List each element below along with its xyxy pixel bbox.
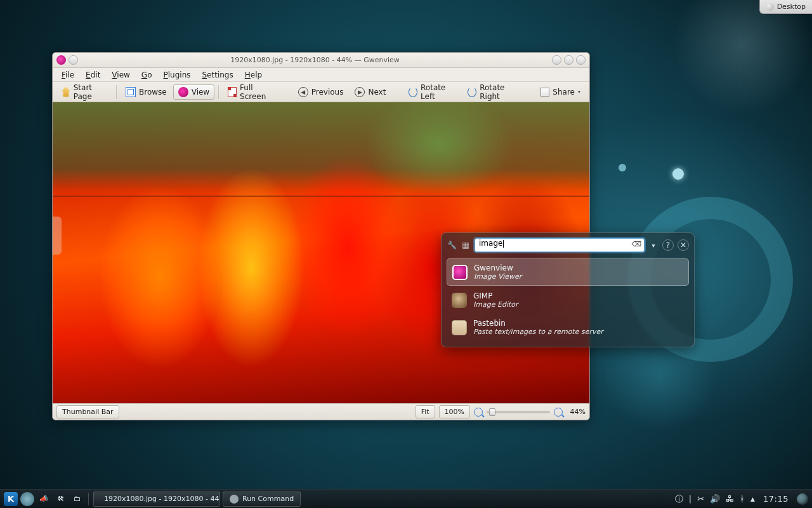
menu-go[interactable]: Go bbox=[136, 69, 157, 81]
krunner-popup: 🔧 ▦ image ⌫ ▾ ? ✕ GwenviewImage Viewer G… bbox=[441, 232, 695, 347]
gwenview-icon bbox=[452, 265, 468, 280]
menu-help[interactable]: Help bbox=[240, 69, 267, 81]
previous-label: Previous bbox=[311, 88, 344, 97]
close-icon[interactable]: ✕ bbox=[678, 239, 689, 251]
next-button[interactable]: ▶Next bbox=[350, 84, 391, 100]
menu-plugins[interactable]: Plugins bbox=[158, 69, 195, 81]
share-label: Share bbox=[553, 88, 575, 97]
bluetooth-icon[interactable]: ᚼ bbox=[740, 494, 745, 504]
krunner-results: GwenviewImage Viewer GIMPImage Editor Pa… bbox=[447, 258, 689, 340]
clipboard-icon[interactable]: ✂ bbox=[697, 494, 704, 504]
rotate-left-button[interactable]: Rotate Left bbox=[403, 81, 461, 104]
separator bbox=[116, 85, 117, 99]
result-gimp[interactable]: GIMPImage Editor bbox=[447, 287, 689, 313]
activity-icon[interactable]: ▦ bbox=[461, 240, 471, 250]
krunner-input[interactable]: image ⌫ bbox=[475, 238, 645, 252]
gear-icon bbox=[230, 495, 239, 504]
rotate-left-label: Rotate Left bbox=[421, 83, 456, 101]
panel-cashew-icon[interactable] bbox=[797, 493, 808, 505]
settings-icon[interactable]: 🛠 bbox=[53, 492, 67, 506]
share-icon bbox=[540, 88, 549, 97]
home-icon bbox=[62, 87, 70, 97]
task-krunner[interactable]: Run Command bbox=[223, 491, 301, 507]
result-name: GIMP bbox=[473, 291, 518, 300]
start-page-button[interactable]: Start Page bbox=[56, 81, 112, 104]
text-cursor bbox=[503, 240, 504, 248]
fit-button[interactable]: Fit bbox=[416, 405, 435, 418]
result-desc: Paste text/images to a remote server bbox=[473, 328, 603, 336]
task-label: Run Command bbox=[242, 495, 294, 503]
fullscreen-icon bbox=[228, 87, 237, 97]
kmenu-button[interactable]: K bbox=[4, 492, 18, 506]
zoom-value: 44% bbox=[566, 408, 586, 416]
chevron-down-icon[interactable]: ▾ bbox=[648, 242, 658, 249]
taskbar: K 📣 🛠 🗀 1920x1080.jpg - 1920x1080 - 44% … bbox=[0, 489, 812, 508]
thumbnail-bar-button[interactable]: Thumbnail Bar bbox=[56, 405, 119, 418]
rotate-right-icon bbox=[468, 87, 476, 97]
rotate-right-label: Rotate Right bbox=[480, 83, 520, 101]
zoom-out-icon[interactable] bbox=[474, 408, 483, 417]
next-icon: ▶ bbox=[355, 87, 365, 97]
menu-bar: File Edit View Go Plugins Settings Help bbox=[53, 68, 589, 82]
separator bbox=[218, 85, 219, 99]
sidebar-handle[interactable] bbox=[53, 217, 62, 255]
maximize-button[interactable] bbox=[564, 55, 573, 65]
zoom-100-button[interactable]: 100% bbox=[439, 405, 470, 418]
toolbar: Start Page Browse View Full Screen ◀Prev… bbox=[53, 82, 589, 102]
cashew-icon bbox=[766, 3, 774, 11]
quicklaunch-icon[interactable]: 📣 bbox=[37, 492, 51, 506]
network-icon[interactable]: 🖧 bbox=[726, 494, 734, 504]
bokeh-dot bbox=[672, 168, 684, 180]
result-name: Gwenview bbox=[474, 264, 521, 272]
bokeh-dot bbox=[619, 164, 626, 171]
desktop-toolbox-label: Desktop bbox=[777, 3, 806, 11]
titlebar[interactable]: 1920x1080.jpg - 1920x1080 - 44% — Gwenvi… bbox=[53, 53, 589, 68]
share-button[interactable]: Share▾ bbox=[535, 85, 586, 99]
keep-above-button[interactable] bbox=[69, 55, 78, 65]
clear-icon[interactable]: ⌫ bbox=[631, 240, 641, 248]
close-button[interactable] bbox=[576, 55, 586, 65]
zoom-in-icon[interactable] bbox=[554, 408, 563, 417]
separator bbox=[88, 493, 89, 505]
result-name: Pastebin bbox=[473, 319, 603, 328]
previous-icon: ◀ bbox=[298, 87, 308, 97]
tray-expand-icon[interactable]: ▲ bbox=[750, 496, 755, 502]
menu-edit[interactable]: Edit bbox=[81, 69, 105, 81]
gimp-icon bbox=[452, 293, 467, 308]
eye-icon bbox=[178, 87, 188, 97]
menu-view[interactable]: View bbox=[107, 69, 134, 81]
clock[interactable]: 17:15 bbox=[761, 494, 791, 504]
fullscreen-label: Full Screen bbox=[240, 83, 275, 101]
dolphin-icon[interactable]: 🗀 bbox=[70, 492, 84, 506]
rotate-right-button[interactable]: Rotate Right bbox=[462, 81, 525, 104]
activity-manager-button[interactable] bbox=[20, 492, 34, 506]
grid-icon bbox=[126, 87, 136, 97]
result-pastebin[interactable]: PastebinPaste text/images to a remote se… bbox=[447, 314, 689, 340]
browse-button[interactable]: Browse bbox=[121, 84, 172, 100]
fullscreen-button[interactable]: Full Screen bbox=[223, 81, 280, 104]
chevron-down-icon: ▾ bbox=[578, 89, 580, 95]
status-bar: Thumbnail Bar Fit 100% 44% bbox=[53, 403, 589, 420]
wrench-icon[interactable]: 🔧 bbox=[447, 240, 457, 250]
result-gwenview[interactable]: GwenviewImage Viewer bbox=[447, 258, 689, 286]
rotate-left-icon bbox=[409, 87, 417, 97]
minimize-button[interactable] bbox=[552, 55, 561, 65]
result-desc: Image Editor bbox=[473, 300, 518, 309]
volume-icon[interactable]: 🔊 bbox=[710, 494, 720, 504]
view-label: View bbox=[192, 88, 209, 97]
info-icon[interactable]: ⓘ bbox=[675, 493, 683, 505]
desktop-toolbox-button[interactable]: Desktop bbox=[759, 0, 812, 14]
result-desc: Image Viewer bbox=[474, 272, 521, 281]
view-button[interactable]: View bbox=[173, 84, 214, 100]
krunner-query-text: image bbox=[479, 239, 502, 248]
bokeh-circle bbox=[672, 0, 812, 114]
task-label: 1920x1080.jpg - 1920x1080 - 44% — G... bbox=[104, 495, 220, 503]
zoom-slider[interactable] bbox=[487, 411, 550, 413]
browse-label: Browse bbox=[139, 88, 167, 97]
help-icon[interactable]: ? bbox=[662, 239, 674, 251]
menu-file[interactable]: File bbox=[56, 69, 79, 81]
previous-button[interactable]: ◀Previous bbox=[293, 84, 349, 100]
menu-settings[interactable]: Settings bbox=[197, 69, 238, 81]
task-gwenview[interactable]: 1920x1080.jpg - 1920x1080 - 44% — G... bbox=[93, 491, 220, 507]
slider-knob[interactable] bbox=[489, 408, 495, 416]
